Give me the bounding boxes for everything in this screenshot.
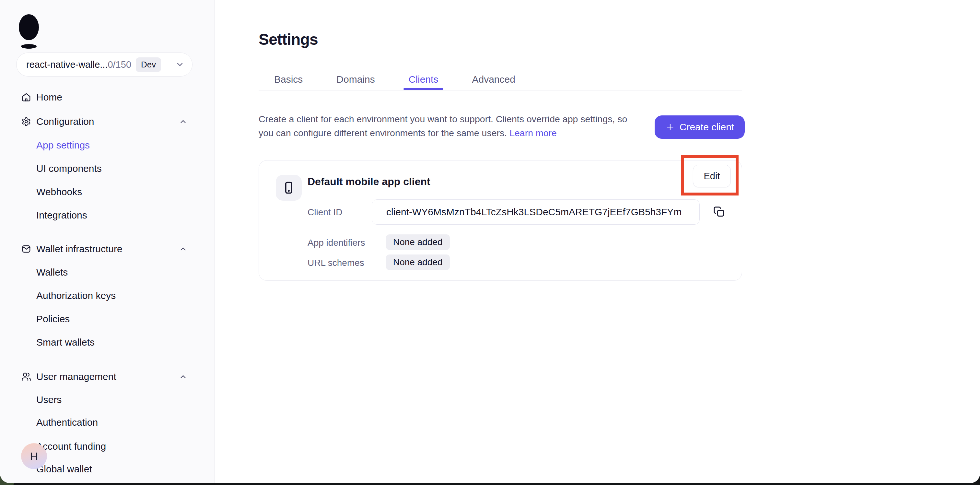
sidebar-item-label: Global wallet: [36, 464, 92, 475]
chevron-up-icon[interactable]: [179, 245, 187, 253]
sidebar-item-label: UI components: [36, 163, 102, 174]
copy-icon: [713, 206, 725, 217]
sidebar-section-wallet-infrastructure[interactable]: Wallet infrastructure: [0, 242, 215, 256]
sidebar-section-user-management[interactable]: User management: [0, 370, 215, 384]
sidebar-section-label: Configuration: [36, 116, 94, 127]
mobile-phone-icon: [282, 180, 296, 195]
home-icon: [21, 93, 31, 102]
sidebar-item-authentication[interactable]: Authentication: [0, 415, 215, 429]
client-id-value: client-WY6MsMznTb4LTcZsHk3LSDeC5mARETG7j…: [386, 206, 681, 217]
sidebar-item-authorization-keys[interactable]: Authorization keys: [0, 289, 215, 303]
project-name: react-native-walle...: [26, 59, 108, 70]
chevron-up-icon[interactable]: [179, 117, 187, 126]
tabs-divider: [259, 90, 742, 91]
sidebar-item-label: App settings: [36, 140, 90, 151]
client-id-field[interactable]: client-WY6MsMznTb4LTcZsHk3LSDeC5mARETG7j…: [372, 199, 700, 225]
app-window: react-native-walle... 0/150 Dev Home Con…: [0, 0, 980, 483]
sidebar-item-label: Integrations: [36, 210, 87, 221]
wallet-icon: [21, 244, 31, 254]
chevron-up-icon[interactable]: [179, 372, 187, 381]
sidebar-item-app-settings[interactable]: App settings: [0, 138, 215, 152]
sidebar-item-label: Account funding: [36, 441, 106, 452]
gear-icon: [21, 117, 31, 126]
logo-egg-icon: [19, 14, 39, 49]
client-id-label: Client ID: [307, 207, 342, 217]
copy-client-id-button[interactable]: [711, 204, 727, 220]
sidebar-item-integrations[interactable]: Integrations: [0, 208, 215, 222]
sidebar: react-native-walle... 0/150 Dev Home Con…: [0, 0, 215, 483]
project-selector[interactable]: react-native-walle... 0/150 Dev: [16, 53, 192, 77]
mobile-client-icon-box: [276, 175, 302, 201]
app-identifiers-value-badge: None added: [386, 235, 450, 250]
sidebar-item-ui-components[interactable]: UI components: [0, 161, 215, 176]
sidebar-item-webhooks[interactable]: Webhooks: [0, 185, 215, 199]
description-line2: you can configure different environments…: [259, 128, 507, 138]
client-card-title: Default mobile app client: [307, 176, 430, 188]
tab-basics[interactable]: Basics: [274, 75, 303, 84]
edit-client-button[interactable]: Edit: [693, 165, 731, 187]
sidebar-item-home[interactable]: Home: [0, 90, 215, 104]
privy-logo[interactable]: [19, 14, 39, 51]
learn-more-link[interactable]: Learn more: [509, 128, 557, 138]
app-identifiers-label: App identifiers: [307, 238, 365, 248]
project-usage: 0/150: [108, 59, 131, 70]
env-badge: Dev: [136, 57, 161, 72]
page-title: Settings: [259, 30, 318, 48]
plus-icon: [665, 122, 675, 132]
sidebar-item-label: Authentication: [36, 417, 98, 428]
sidebar-section-configuration[interactable]: Configuration: [0, 115, 215, 129]
create-client-button[interactable]: Create client: [655, 115, 745, 139]
url-schemes-value-badge: None added: [386, 255, 450, 270]
tab-advanced[interactable]: Advanced: [472, 75, 515, 84]
sidebar-item-label: Users: [36, 394, 62, 405]
sidebar-item-label: Webhooks: [36, 187, 82, 198]
client-card: Default mobile app client Edit Client ID…: [259, 160, 742, 281]
sidebar-item-label: Smart wallets: [36, 337, 95, 348]
sidebar-item-policies[interactable]: Policies: [0, 312, 215, 326]
sidebar-item-wallets[interactable]: Wallets: [0, 265, 215, 279]
chevron-down-icon: [175, 60, 185, 69]
sidebar-item-label: Authorization keys: [36, 290, 116, 301]
sidebar-section-label: User management: [36, 371, 116, 382]
sidebar-section-label: Wallet infrastructure: [36, 244, 123, 255]
main-content: Settings Basics Domains Clients Advanced…: [215, 0, 980, 483]
users-icon: [21, 372, 31, 381]
tab-clients[interactable]: Clients: [409, 75, 439, 84]
sidebar-item-label: Policies: [36, 314, 70, 324]
description-line1: Create a client for each environment you…: [259, 114, 627, 124]
sidebar-item-label: Home: [36, 92, 62, 103]
sidebar-item-users[interactable]: Users: [0, 392, 215, 407]
avatar-initial: H: [30, 450, 38, 463]
sidebar-item-label: Wallets: [36, 267, 68, 278]
settings-tabs: Basics Domains Clients Advanced: [274, 75, 515, 84]
url-schemes-label: URL schemes: [307, 258, 364, 268]
sidebar-item-smart-wallets[interactable]: Smart wallets: [0, 335, 215, 349]
clients-description: Create a client for each environment you…: [259, 112, 670, 140]
user-avatar[interactable]: H: [21, 443, 47, 469]
tab-domains[interactable]: Domains: [336, 75, 375, 84]
create-client-label: Create client: [679, 121, 734, 132]
